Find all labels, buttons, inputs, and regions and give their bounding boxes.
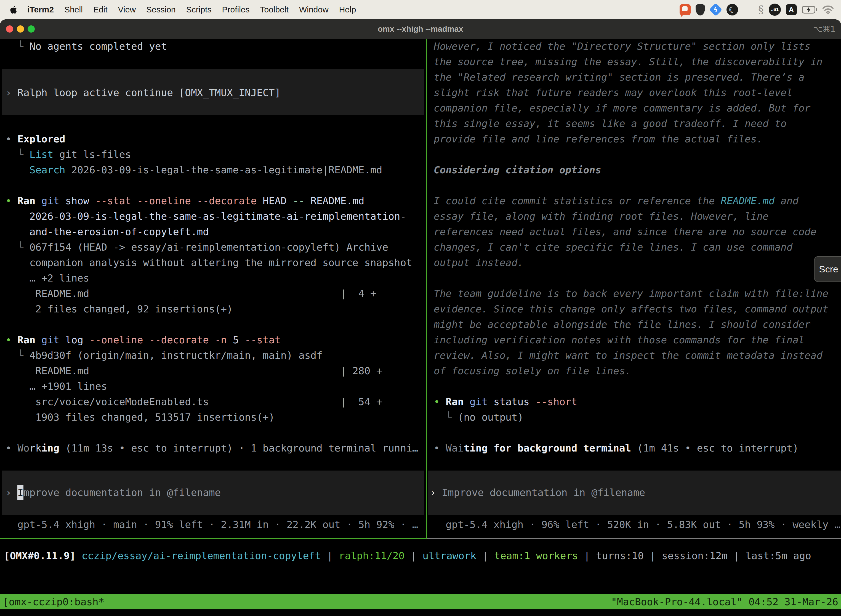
dots-grid-icon[interactable] <box>743 5 753 15</box>
terminal-line: • Ran git status --short <box>434 394 841 409</box>
menu-item-view[interactable]: View <box>113 5 141 14</box>
terminal-line: the "Related research writing" section i… <box>434 70 841 85</box>
chat-icon[interactable] <box>680 4 691 15</box>
prompt-chevron-icon: › <box>430 487 442 498</box>
terminal-line: └ No agents completed yet <box>6 39 426 54</box>
terminal-line: companion file, especially if more comme… <box>434 100 841 116</box>
window-title-bar[interactable]: omx --xhigh --madmax ⌥⌘1 <box>0 19 841 39</box>
left-terminal-pane[interactable]: └ No agents completed yet› Ralph loop ac… <box>0 39 426 538</box>
terminal-line: essay file, along with finding root file… <box>434 209 841 224</box>
terminal-line: companion analysis without altering the … <box>6 255 426 270</box>
right-terminal-pane[interactable]: However, I noticed the "Directory Struct… <box>428 39 841 538</box>
tmux-host-clock: "MacBook-Pro-44.local" 04:52 31-Mar-26 <box>611 596 838 607</box>
shield-grid-icon[interactable] <box>696 4 705 15</box>
terminal-line: └ 067f154 (HEAD -> essay/ai-reimplementa… <box>6 239 426 255</box>
pane-bottom-border-active <box>0 538 427 539</box>
tmux-status-bar: [omx-cczip0:bash* "MacBook-Pro-44.local"… <box>0 594 841 609</box>
terminal-line: • Explored <box>6 131 426 147</box>
screen-overlay-button[interactable]: Scre <box>814 256 841 282</box>
menu-item-help[interactable]: Help <box>334 5 362 14</box>
menu-item-toolbelt[interactable]: Toolbelt <box>255 5 294 14</box>
macos-menu-bar: iTerm2ShellEditViewSessionScriptsProfile… <box>0 0 841 19</box>
battery-percent-icon[interactable]: ..61 <box>769 4 781 16</box>
battery-icon[interactable] <box>802 6 817 13</box>
terminal-line: the source tree, missing the essay. Stil… <box>434 54 841 70</box>
terminal-line: Considering citation options <box>434 162 841 178</box>
terminal-line: README.md | 4 + <box>6 286 426 301</box>
terminal-line: Search 2026-03-09-is-legal-the-same-as-l… <box>6 162 426 178</box>
pane-bottom-border-inactive <box>427 538 841 539</box>
right-input-line: › Improve documentation in @filename <box>430 485 645 500</box>
terminal-line: references need actual files, and since … <box>434 224 841 239</box>
left-input-line: › Improve documentation in @filename <box>6 485 221 500</box>
terminal-line: 2 files changed, 92 insertions(+) <box>6 301 426 317</box>
input-text: Improve documentation in @filename <box>442 487 645 498</box>
terminal-line: output instead. <box>434 255 841 270</box>
terminal-line: src/voice/voiceModeEnabled.ts | 54 + <box>6 394 426 409</box>
prompt-chevron-icon: › <box>6 487 18 498</box>
menu-item-session[interactable]: Session <box>141 5 181 14</box>
terminal-line: The team guideline is to back every impo… <box>434 286 841 301</box>
spark-diamond-icon[interactable]: ϟ <box>709 3 722 16</box>
right-model-status: gpt-5.4 xhigh · 96% left · 520K in · 5.8… <box>434 517 841 532</box>
menu-item-edit[interactable]: Edit <box>88 5 113 14</box>
omx-status-line: [OMX#0.11.9] cczip/essay/ai-reimplementa… <box>4 548 811 563</box>
crescent-icon[interactable]: ☾ <box>727 4 738 15</box>
screen-overlay-label: Scre <box>819 264 838 274</box>
iterm-window: omx --xhigh --madmax ⌥⌘1 └ No agents com… <box>0 19 841 616</box>
terminal-line: • Waiting for background terminal (1m 41… <box>434 440 841 456</box>
terminal-line: … +2 lines <box>6 270 426 286</box>
terminal-line: including verification notes with those … <box>434 332 841 348</box>
terminal-line: … +1901 lines <box>6 378 426 394</box>
terminal-line: • Ran git show --stat --oneline --decora… <box>6 193 426 209</box>
input-text: mprove documentation in @filename <box>23 487 221 498</box>
terminal-line: 1903 files changed, 513517 insertions(+) <box>6 409 426 425</box>
tmux-session-label[interactable]: [omx-cczip0:bash* <box>3 596 104 607</box>
apple-menu-icon[interactable] <box>9 5 18 14</box>
menu-item-scripts[interactable]: Scripts <box>181 5 217 14</box>
terminal-line: this single essay, it seems like a good … <box>434 116 841 131</box>
terminal-line: • Ran git log --oneline --decorate -n 5 … <box>6 332 426 348</box>
terminal-line: › Ralph loop active continue [OMX_TMUX_I… <box>6 85 426 100</box>
keyboard-layout-icon[interactable]: A <box>786 4 797 15</box>
left-model-status: gpt-5.4 xhigh · main · 91% left · 2.31M … <box>6 517 418 532</box>
terminal-line: and-the-erosion-of-copyleft.md <box>6 224 426 239</box>
window-shortcut-badge: ⌥⌘1 <box>813 19 835 39</box>
wifi-icon[interactable] <box>822 5 834 14</box>
menu-item-window[interactable]: Window <box>294 5 334 14</box>
menu-item-shell[interactable]: Shell <box>59 5 88 14</box>
pane-divider[interactable] <box>426 39 427 539</box>
terminal-line: └ (no output) <box>434 409 841 425</box>
section-icon[interactable]: § <box>758 3 764 16</box>
text-cursor: I <box>18 485 23 500</box>
terminal-line: slight risk that future readers may over… <box>434 85 841 100</box>
menu-item-profiles[interactable]: Profiles <box>217 5 255 14</box>
terminal-line: provide file and line references from th… <box>434 131 841 147</box>
menu-item-iterm2[interactable]: iTerm2 <box>22 5 59 14</box>
terminal-line: 2026-03-09-is-legal-the-same-as-legitima… <box>6 209 426 224</box>
terminal-line: evidence. Since this change only affects… <box>434 301 841 317</box>
terminal-line: I could cite commit statistics or refere… <box>434 193 841 209</box>
terminal-line: review. Also, I might want to inspect th… <box>434 348 841 363</box>
menubar-status-icons: ϟ☾§..61A <box>680 3 841 16</box>
terminal-line: of focusing solely on file lines. <box>434 363 841 378</box>
terminal-line: • Working (11m 13s • esc to interrupt) ·… <box>6 440 426 456</box>
right-prompt-input[interactable]: › Improve documentation in @filename <box>428 471 841 515</box>
terminal-line: However, I noticed the "Directory Struct… <box>434 39 841 54</box>
window-title: omx --xhigh --madmax <box>0 19 841 39</box>
terminal-line: might be acceptable alongside the file l… <box>434 317 841 332</box>
left-prompt-input[interactable]: › Improve documentation in @filename <box>2 471 424 515</box>
terminal-line: └ List git ls-files <box>6 147 426 162</box>
menu-items: iTerm2ShellEditViewSessionScriptsProfile… <box>22 5 361 14</box>
terminal-line: └ 4b9d30f (origin/main, instructkr/main,… <box>6 348 426 363</box>
terminal-line: changes, I can't cite specific file line… <box>434 239 841 255</box>
terminal-line: README.md | 280 + <box>6 363 426 378</box>
